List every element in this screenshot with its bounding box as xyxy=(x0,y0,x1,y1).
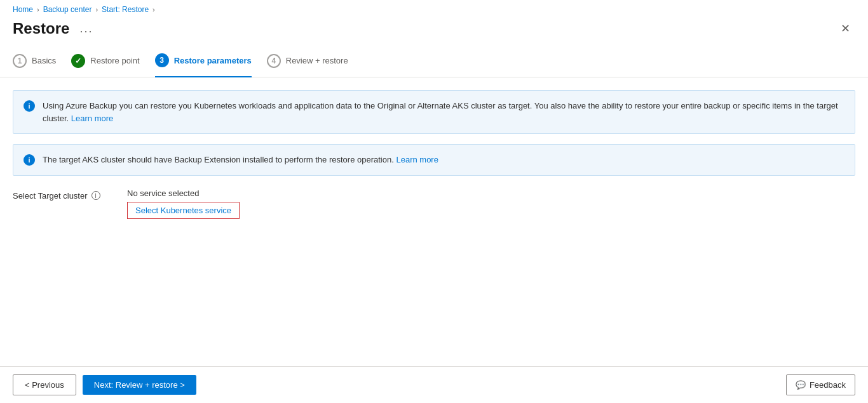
breadcrumb-sep-1: › xyxy=(37,6,39,13)
step-restore-parameters-circle: 3 xyxy=(155,53,169,67)
page-title: Restore xyxy=(13,20,69,37)
close-button[interactable]: ✕ xyxy=(836,19,855,38)
wizard-steps: 1 Basics ✓ Restore point 3 Restore param… xyxy=(0,46,868,77)
step-restore-parameters-label: Restore parameters xyxy=(174,56,252,65)
breadcrumb-backup-center[interactable]: Backup center xyxy=(43,5,92,14)
breadcrumb: Home › Backup center › Start: Restore › xyxy=(0,0,868,17)
breadcrumb-home[interactable]: Home xyxy=(13,5,33,14)
step-basics-label: Basics xyxy=(32,56,56,65)
footer: < Previous Next: Review + restore > 💬 Fe… xyxy=(0,366,868,403)
step-basics[interactable]: 1 Basics xyxy=(13,54,56,77)
main-content: i Using Azure Backup you can restore you… xyxy=(0,77,868,366)
form-label-target-cluster: Select Target cluster i xyxy=(13,188,114,201)
step-basics-circle: 1 xyxy=(13,54,27,68)
form-value: No service selected Select Kubernetes se… xyxy=(127,188,240,219)
step-review-restore[interactable]: 4 Review + restore xyxy=(267,54,348,77)
next-button[interactable]: Next: Review + restore > xyxy=(83,375,196,395)
breadcrumb-sep-2: › xyxy=(95,6,98,13)
ellipsis-button[interactable]: ... xyxy=(76,21,97,37)
info-box-2: i The target AKS cluster should have Bac… xyxy=(13,144,855,176)
info-text-1: Using Azure Backup you can restore you K… xyxy=(43,100,844,124)
info-text-2: The target AKS cluster should have Backu… xyxy=(43,154,438,166)
step-review-restore-label: Review + restore xyxy=(286,56,348,65)
footer-left: < Previous Next: Review + restore > xyxy=(13,374,196,395)
info-icon-1: i xyxy=(24,100,35,112)
breadcrumb-sep-3: › xyxy=(153,6,155,13)
no-service-text: No service selected xyxy=(127,188,240,198)
step-restore-point-circle: ✓ xyxy=(71,54,85,68)
step-restore-point-label: Restore point xyxy=(90,56,139,65)
select-kubernetes-service-button[interactable]: Select Kubernetes service xyxy=(127,202,240,219)
info-box-1: i Using Azure Backup you can restore you… xyxy=(13,90,855,134)
learn-more-link-2[interactable]: Learn more xyxy=(396,155,438,164)
step-restore-point[interactable]: ✓ Restore point xyxy=(71,54,139,77)
page-header: Restore ... ✕ xyxy=(0,17,868,46)
previous-button[interactable]: < Previous xyxy=(13,374,76,395)
form-row: Select Target cluster i No service selec… xyxy=(13,188,855,219)
breadcrumb-current: Start: Restore xyxy=(102,5,149,14)
feedback-label: Feedback xyxy=(810,380,846,390)
info-icon-2: i xyxy=(24,154,35,166)
feedback-button[interactable]: 💬 Feedback xyxy=(786,374,855,395)
target-cluster-info-icon[interactable]: i xyxy=(92,191,100,200)
learn-more-link-1[interactable]: Learn more xyxy=(71,114,113,123)
feedback-icon: 💬 xyxy=(796,380,806,390)
step-review-restore-circle: 4 xyxy=(267,54,281,68)
step-restore-parameters[interactable]: 3 Restore parameters xyxy=(155,53,252,77)
